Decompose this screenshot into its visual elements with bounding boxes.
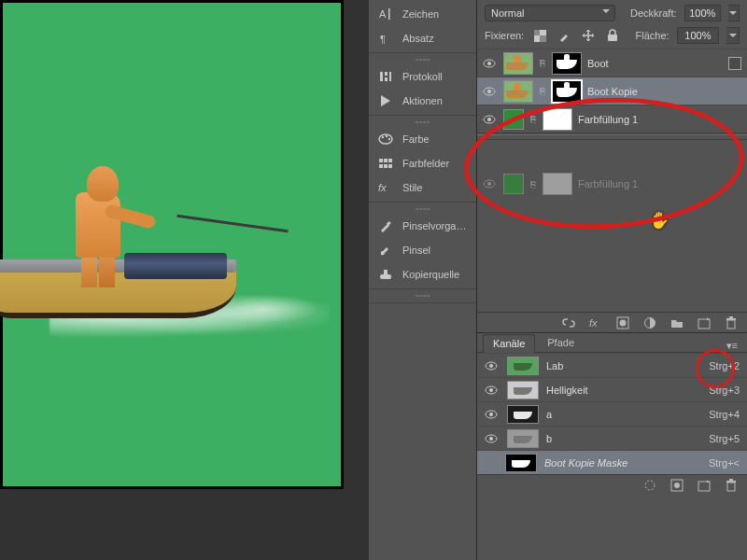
channel-thumbnail[interactable] [507,381,539,399]
trash-icon[interactable] [724,315,738,329]
visibility-toggle[interactable] [483,59,498,68]
layer-extras-icon[interactable] [728,57,741,70]
opacity-value[interactable]: 100% [684,5,721,21]
canvas[interactable] [3,3,341,486]
link-icon[interactable]: ⎘ [539,86,546,96]
opacity-label: Deckkraft: [630,7,677,19]
link-icon[interactable]: ⎘ [539,58,546,68]
palette-label: Protokoll [402,71,443,82]
lock-transparent-icon[interactable] [531,28,548,43]
channel-thumbnail[interactable] [507,405,539,424]
layer-name[interactable]: Boot [587,58,609,69]
blend-mode-select[interactable]: Normal [485,5,615,21]
visibility-toggle[interactable] [485,385,500,395]
fill-layer-thumbnail[interactable] [503,109,524,130]
channel-row[interactable]: Helligkeit Strg+3 [477,377,747,401]
swatches-icon [378,156,393,171]
panel-menu-icon[interactable]: ▾≡ [726,340,741,352]
channels-footer [477,474,747,495]
svg-rect-39 [727,320,735,329]
channel-row[interactable]: a Strg+4 [477,401,747,426]
visibility-toggle[interactable] [485,410,500,419]
visibility-toggle[interactable] [483,87,498,96]
svg-point-31 [487,118,491,121]
visibility-toggle[interactable] [485,434,500,443]
fill-label: Fläche: [636,30,669,41]
fill-layer-thumbnail [503,174,524,194]
layer-name[interactable]: Farbfüllung 1 [578,114,638,125]
layer-row[interactable]: ⎘ Boot Kopie [477,77,747,105]
save-selection-icon[interactable] [669,478,684,492]
svg-rect-1 [388,8,390,20]
channel-name: Boot Kopie Maske [544,457,627,469]
load-selection-icon[interactable] [642,478,656,492]
add-mask-icon[interactable] [615,315,629,329]
svg-point-29 [487,90,491,93]
visibility-toggle[interactable] [485,456,498,469]
layer-mask-thumbnail[interactable] [552,80,582,103]
lock-position-icon[interactable] [580,28,597,43]
svg-text:A: A [379,8,387,20]
palette-label: Stile [402,182,422,193]
palette-swatches[interactable]: Farbfelder [369,151,476,175]
canvas-frame[interactable] [0,0,344,489]
styles-icon: fx [378,180,393,195]
channel-name: Helligkeit [546,385,588,396]
channel-thumbnail[interactable] [505,454,537,472]
fill-stepper[interactable] [726,27,740,44]
history-icon [378,69,393,84]
svg-point-36 [619,319,626,326]
palette-clonesource[interactable]: Kopierquelle [369,262,476,287]
channels-list: Lab Strg+2 Helligkeit Strg+3 a Strg+4 b … [477,353,747,474]
fx-icon[interactable]: fx [588,315,602,329]
new-channel-icon[interactable] [697,478,711,492]
group-icon[interactable] [669,315,684,329]
svg-rect-17 [388,164,392,168]
layer-name[interactable]: Boot Kopie [587,86,638,97]
paragraph-icon: ¶ [378,31,393,46]
link-layers-icon[interactable] [561,315,575,329]
channel-row[interactable]: b Strg+5 [477,426,747,450]
link-icon: ⎘ [529,179,537,189]
channel-row[interactable]: Boot Kopie Maske Strg+< [477,450,747,474]
svg-rect-12 [379,159,383,162]
svg-point-43 [489,364,493,368]
lock-all-icon[interactable] [604,28,621,43]
layer-mask-thumbnail[interactable] [543,108,572,131]
palette-paragraph[interactable]: ¶ Absatz [369,26,476,50]
tab-channels[interactable]: Kanäle [483,334,535,353]
palette-styles[interactable]: fx Stile [369,175,476,200]
svg-point-33 [487,182,491,186]
layer-mask-thumbnail[interactable] [552,52,582,75]
layer-thumbnail[interactable] [503,52,533,75]
palette-brushpresets[interactable]: Pinselvorga… [369,214,476,238]
boat-cargo [124,253,227,279]
palette-character[interactable]: A Zeichen [369,2,476,26]
channel-thumbnail[interactable] [507,429,539,448]
clonesource-icon [378,267,393,282]
layer-thumbnail[interactable] [503,80,533,103]
opacity-stepper[interactable] [728,5,740,21]
fill-value[interactable]: 100% [677,27,720,44]
trash-icon[interactable] [724,478,738,492]
channel-row[interactable]: Lab Strg+2 [477,353,747,377]
layer-row[interactable]: ⎘ Boot [477,49,747,77]
palette-color[interactable]: Farbe [369,127,476,151]
link-icon[interactable]: ⎘ [529,114,537,124]
adjustment-layer-icon[interactable] [642,315,656,329]
fisherman [68,164,134,272]
palette-history[interactable]: Protokoll [369,64,476,89]
palette-actions[interactable]: Aktionen [369,89,476,113]
new-layer-icon[interactable] [697,315,711,329]
channel-shortcut: Strg+5 [709,433,740,444]
tab-paths[interactable]: Pfade [537,333,585,352]
lock-pixels-icon[interactable] [556,28,572,43]
palette-brush[interactable]: Pinsel [369,238,476,262]
layer-row[interactable]: ⎘ Farbfüllung 1 [477,105,747,133]
visibility-toggle[interactable] [485,361,500,371]
visibility-toggle[interactable] [483,115,498,124]
channel-thumbnail[interactable] [507,357,539,375]
svg-rect-53 [698,482,710,491]
svg-rect-6 [389,72,391,81]
svg-rect-40 [726,318,736,320]
